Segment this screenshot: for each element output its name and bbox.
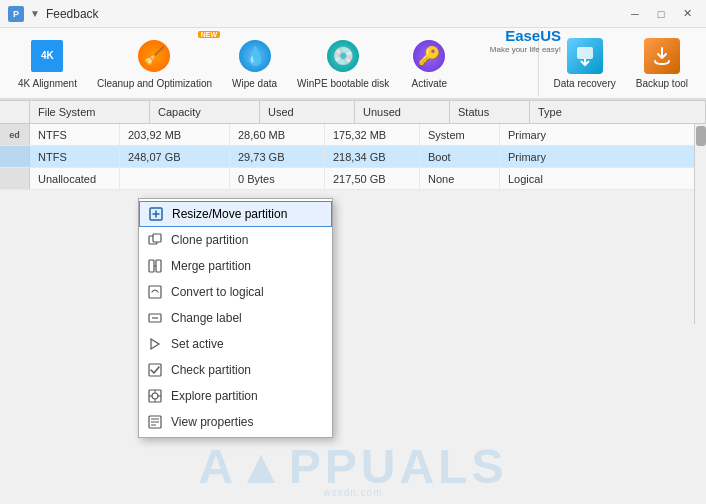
change-label-icon [147, 310, 163, 326]
cell-used: 29,73 GB [230, 146, 325, 167]
title-bar-left: P ▼ Feedback [8, 6, 616, 22]
minimize-button[interactable]: ─ [624, 5, 646, 23]
table-row[interactable]: ed NTFS 203,92 MB 28,60 MB 175,32 MB Sys… [0, 124, 706, 146]
col-header-filesystem: File System [30, 101, 150, 123]
view-properties-icon [147, 414, 163, 430]
4k-icon: 4K [29, 38, 65, 74]
col-header-used: Used [260, 101, 355, 123]
4k-alignment-button[interactable]: 4K 4K Alignment [8, 29, 87, 97]
context-menu-item-properties[interactable]: View properties [139, 409, 332, 435]
cell-unused: 218,34 GB [325, 146, 420, 167]
cleanup-button[interactable]: 🧹 NEW Cleanup and Optimization [87, 29, 222, 97]
data-recovery-icon [567, 38, 603, 74]
cell-type: Logical [500, 168, 706, 189]
context-menu-item-clone[interactable]: Clone partition [139, 227, 332, 253]
clone-icon [147, 232, 163, 248]
title-bar: P ▼ Feedback ─ □ ✕ [0, 0, 706, 28]
partition-table: ed NTFS 203,92 MB 28,60 MB 175,32 MB Sys… [0, 124, 706, 190]
table-row[interactable]: NTFS 248,07 GB 29,73 GB 218,34 GB Boot P… [0, 146, 706, 168]
cell-type: Primary [500, 124, 706, 145]
cell-status: None [420, 168, 500, 189]
col-header-type: Type [530, 101, 706, 123]
scrollbar-thumb[interactable] [696, 126, 706, 146]
context-menu: Resize/Move partition Clone partition Me… [138, 198, 333, 438]
dropdown-arrow-icon[interactable]: ▼ [30, 8, 40, 19]
cell-filesystem: Unallocated [30, 168, 120, 189]
toolbar-main-section: 4K 4K Alignment 🧹 NEW Cleanup and Optimi… [8, 29, 538, 97]
cell-filesystem: NTFS [30, 146, 120, 167]
app-icon: P [8, 6, 24, 22]
merge-icon [147, 258, 163, 274]
wipe-data-button[interactable]: 💧 Wipe data [222, 29, 287, 97]
context-menu-item-resize-move[interactable]: Resize/Move partition [139, 201, 332, 227]
svg-rect-5 [149, 260, 154, 272]
cell-unused: 217,50 GB [325, 168, 420, 189]
context-menu-item-change-label[interactable]: Change label [139, 305, 332, 331]
easeus-brand: EaseUS Make your life easy! [490, 28, 561, 54]
context-item-label: View properties [171, 415, 254, 429]
cell-capacity: 248,07 GB [120, 146, 230, 167]
activate-button[interactable]: 🔑 Activate [399, 29, 459, 97]
backup-tool-button[interactable]: Backup tool [626, 29, 698, 97]
row-label [0, 168, 30, 189]
new-badge: NEW [198, 31, 220, 38]
check-partition-icon [147, 362, 163, 378]
context-item-label: Explore partition [171, 389, 258, 403]
context-item-label: Resize/Move partition [172, 207, 287, 221]
close-button[interactable]: ✕ [676, 5, 698, 23]
cell-status: System [420, 124, 500, 145]
feedback-link[interactable]: Feedback [46, 7, 99, 21]
context-item-label: Check partition [171, 363, 251, 377]
context-item-label: Convert to logical [171, 285, 264, 299]
svg-rect-0 [577, 47, 593, 59]
context-menu-item-explore[interactable]: Explore partition [139, 383, 332, 409]
svg-rect-6 [156, 260, 161, 272]
context-menu-item-merge[interactable]: Merge partition [139, 253, 332, 279]
easeus-logo: EaseUS [505, 28, 561, 45]
convert-icon [147, 284, 163, 300]
cell-used: 0 Bytes [230, 168, 325, 189]
winpe-button[interactable]: 💿 WinPE bootable disk [287, 29, 399, 97]
row-label: ed [0, 124, 30, 145]
cell-type: Primary [500, 146, 706, 167]
cell-used: 28,60 MB [230, 124, 325, 145]
maximize-button[interactable]: □ [650, 5, 672, 23]
wipe-icon: 💧 [237, 38, 273, 74]
context-item-label: Merge partition [171, 259, 251, 273]
backup-tool-icon [644, 38, 680, 74]
col-header-unused: Unused [355, 101, 450, 123]
svg-marker-11 [151, 339, 159, 349]
cell-status: Boot [420, 146, 500, 167]
cell-unused: 175,32 MB [325, 124, 420, 145]
toolbar-right-section: Data recovery Backup tool [538, 29, 698, 97]
activate-icon: 🔑 [411, 38, 447, 74]
svg-point-14 [152, 393, 158, 399]
cell-filesystem: NTFS [30, 124, 120, 145]
svg-rect-8 [149, 286, 161, 298]
col-header-capacity: Capacity [150, 101, 260, 123]
table-row[interactable]: Unallocated 0 Bytes 217,50 GB None Logic… [0, 168, 706, 190]
context-menu-item-set-active[interactable]: Set active [139, 331, 332, 357]
col-header-status: Status [450, 101, 530, 123]
cleanup-icon: 🧹 [136, 38, 172, 74]
explore-partition-icon [147, 388, 163, 404]
resize-move-icon [148, 206, 164, 222]
row-label [0, 146, 30, 167]
table-header: File System Capacity Used Unused Status … [0, 100, 706, 124]
watermark-sub: wsxdn.com [323, 487, 382, 498]
winpe-icon: 💿 [325, 38, 361, 74]
easeus-tagline: Make your life easy! [490, 45, 561, 54]
set-active-icon [147, 336, 163, 352]
context-item-label: Set active [171, 337, 224, 351]
watermark: A▲PPUALS [199, 439, 508, 494]
cell-capacity: 203,92 MB [120, 124, 230, 145]
context-item-label: Change label [171, 311, 242, 325]
context-item-label: Clone partition [171, 233, 248, 247]
cell-capacity [120, 168, 230, 189]
scrollbar[interactable] [694, 124, 706, 324]
svg-rect-4 [153, 234, 161, 242]
toolbar: 4K 4K Alignment 🧹 NEW Cleanup and Optimi… [0, 28, 706, 100]
context-menu-item-convert[interactable]: Convert to logical [139, 279, 332, 305]
window-controls: ─ □ ✕ [624, 5, 698, 23]
context-menu-item-check[interactable]: Check partition [139, 357, 332, 383]
